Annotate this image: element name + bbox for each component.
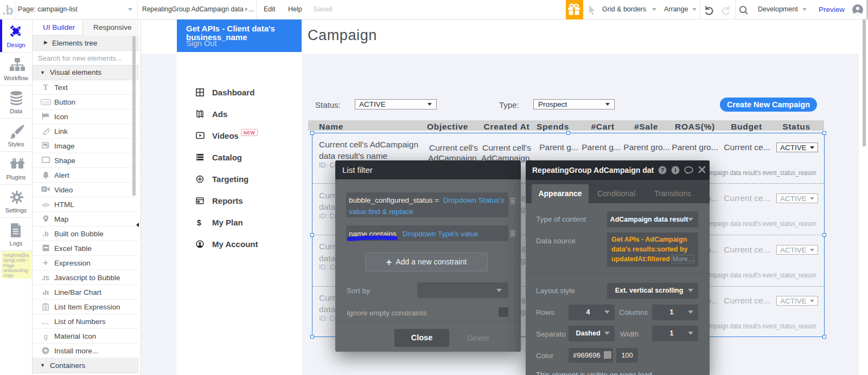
svg-text:$: $: [197, 218, 201, 227]
svg-text:i: i: [674, 167, 676, 173]
svg-text:?: ?: [661, 167, 665, 173]
svg-text:CLICK: CLICK: [42, 101, 49, 104]
